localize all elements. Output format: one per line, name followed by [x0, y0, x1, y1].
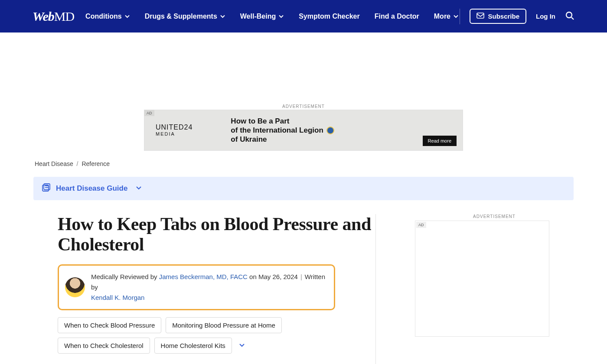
nav-item-drugs-supplements[interactable]: Drugs & Supplements	[145, 13, 225, 20]
top-navbar: WebMD ConditionsDrugs & SupplementsWell-…	[0, 0, 607, 32]
breadcrumb-link-heart-disease[interactable]: Heart Disease	[35, 160, 73, 167]
article-column: How to Keep Tabs on Blood Pressure and C…	[33, 214, 376, 364]
reviewed-on: on May 26, 2024	[248, 273, 298, 280]
primary-nav: ConditionsDrugs & SupplementsWell-BeingS…	[85, 13, 460, 20]
side-ad-label: ADVERTISEMENT	[415, 214, 574, 219]
site-logo[interactable]: WebMD	[33, 9, 74, 24]
ad-cta-button[interactable]: Read more	[423, 136, 457, 146]
nav-item-more[interactable]: More	[434, 13, 459, 20]
svg-point-1	[566, 12, 572, 18]
author-link[interactable]: Kendall K. Morgan	[91, 294, 144, 301]
chevron-down-icon	[220, 13, 225, 19]
nav-item-label: Symptom Checker	[299, 13, 360, 20]
chevron-down-icon	[453, 13, 459, 19]
main-content-row: How to Keep Tabs on Blood Pressure and C…	[33, 214, 574, 364]
byline-box: Medically Reviewed by James Beckerman, M…	[58, 264, 335, 310]
side-ad-tag: AD	[416, 222, 426, 228]
section-pill[interactable]: Monitoring Blood Pressure at Home	[166, 317, 282, 333]
reviewer-avatar	[65, 277, 85, 297]
top-ad-banner[interactable]: AD UNITED24 MEDIA How to Be a Part of th…	[144, 110, 463, 151]
guide-dropdown[interactable]: Heart Disease Guide	[33, 177, 574, 200]
svg-line-2	[571, 17, 574, 20]
nav-item-label: Find a Doctor	[375, 13, 419, 20]
breadcrumb-link-reference[interactable]: Reference	[82, 160, 110, 167]
section-pill[interactable]: When to Check Cholesterol	[58, 338, 150, 354]
guide-icon	[41, 183, 51, 194]
ad-brand-main: UNITED24	[156, 124, 193, 131]
nav-divider	[460, 9, 460, 24]
nav-item-conditions[interactable]: Conditions	[85, 13, 130, 20]
ad-brand-sub: MEDIA	[156, 132, 193, 136]
nav-right-group: Subscribe Log In	[460, 9, 574, 24]
guide-label: Heart Disease Guide	[56, 184, 127, 193]
svg-rect-0	[477, 13, 484, 18]
chevron-down-icon	[124, 13, 130, 19]
section-pill[interactable]: When to Check Blood Pressure	[58, 317, 161, 333]
sidebar-column: ADVERTISEMENT AD	[376, 214, 574, 364]
chevron-down-icon	[135, 184, 142, 193]
ad-line3: of Ukraine	[231, 135, 334, 144]
nav-item-find-a-doctor[interactable]: Find a Doctor	[375, 13, 419, 20]
byline-text: Medically Reviewed by James Beckerman, M…	[91, 272, 325, 303]
reviewed-prefix: Medically Reviewed by	[91, 273, 159, 280]
pills-expand-button[interactable]	[236, 339, 248, 352]
nav-item-well-being[interactable]: Well-Being	[240, 13, 284, 20]
ad-tag: AD	[144, 110, 154, 116]
subscribe-button[interactable]: Subscribe	[470, 9, 526, 24]
subscribe-label: Subscribe	[488, 13, 519, 20]
chevron-down-icon	[278, 13, 284, 19]
nav-item-label: Well-Being	[240, 13, 276, 20]
article-title: How to Keep Tabs on Blood Pressure and C…	[58, 214, 375, 255]
breadcrumb-separator: /	[77, 160, 78, 167]
ad-label: ADVERTISEMENT	[144, 104, 463, 109]
side-ad-box[interactable]: AD	[415, 221, 549, 337]
login-link[interactable]: Log In	[536, 13, 555, 20]
reviewer-link[interactable]: James Beckerman, MD, FACC	[159, 273, 248, 280]
logo-text-b: MD	[54, 9, 74, 23]
section-pill[interactable]: Home Cholesterol Kits	[154, 338, 232, 354]
ad-line2: of the International Legion	[231, 126, 334, 135]
nav-item-symptom-checker[interactable]: Symptom Checker	[299, 13, 360, 20]
nav-item-label: Drugs & Supplements	[145, 13, 217, 20]
logo-text-a: Web	[33, 9, 54, 23]
ad-line1: How to Be a Part	[231, 117, 334, 126]
mail-icon	[476, 13, 484, 20]
top-ad-region: ADVERTISEMENT AD UNITED24 MEDIA How to B…	[144, 104, 463, 151]
ad-brand: UNITED24 MEDIA	[156, 124, 193, 136]
breadcrumb: Heart Disease / Reference	[33, 160, 574, 167]
nav-item-label: Conditions	[85, 13, 122, 20]
byline-separator: |	[300, 273, 302, 280]
nav-item-label: More	[434, 13, 450, 20]
ad-copy: How to Be a Part of the International Le…	[231, 117, 334, 144]
search-icon[interactable]	[565, 11, 574, 22]
emblem-icon	[326, 127, 334, 134]
section-pills: When to Check Blood PressureMonitoring B…	[58, 317, 335, 354]
